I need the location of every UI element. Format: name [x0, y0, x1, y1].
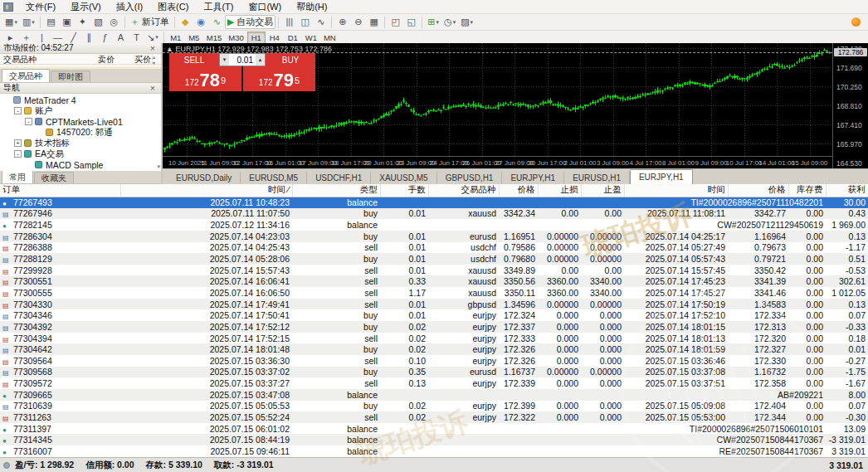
order-row[interactable]: ▤772863882025.07.14 04:25:43sell0.01usdc…: [0, 242, 868, 254]
fibonacci-tool[interactable]: ƒ: [97, 32, 113, 44]
expander-icon[interactable]: -: [25, 118, 32, 125]
menu-item-文[interactable]: 文件(F): [18, 1, 63, 12]
signals-button[interactable]: ∿: [209, 15, 225, 29]
order-row[interactable]: ▤773043942025.07.14 17:52:15sell0.02eurj…: [0, 333, 868, 344]
lot-size-input[interactable]: [229, 54, 256, 66]
menu-item-图[interactable]: 图表(C): [150, 1, 196, 12]
order-row[interactable]: ▤773095642025.07.15 03:36:30sell0.10eurj…: [0, 355, 868, 367]
order-row[interactable]: ▤773043462025.07.14 17:50:41buy0.01eurjp…: [0, 309, 868, 321]
timeframe-m15[interactable]: M15: [203, 32, 225, 44]
column-header-7[interactable]: 止盈: [581, 184, 624, 197]
navigator-scroll-down-icon[interactable]: ▾: [157, 163, 160, 170]
arrange-left-button[interactable]: ◰: [388, 15, 403, 29]
data-window-button[interactable]: ▣: [59, 15, 75, 29]
column-header-8[interactable]: 时间: [624, 184, 728, 197]
chart-tab-usdchf-h1[interactable]: USDCHF,H1: [307, 172, 371, 184]
chart-tab-eurusd-h1[interactable]: EURUSD,H1: [564, 172, 630, 184]
new-order-button[interactable]: ＋新订单: [128, 15, 172, 29]
community-status-icon[interactable]: [851, 17, 861, 27]
bar-chart-button[interactable]: |||: [281, 15, 297, 29]
chart-tab-eurjpy-h1[interactable]: EURJPY,H1: [630, 169, 693, 184]
buy-button[interactable]: BUY: [266, 53, 315, 66]
timeframe-m1[interactable]: M1: [167, 32, 185, 44]
channel-tool[interactable]: ∥: [81, 32, 97, 44]
order-row[interactable]: ▤773106392025.07.15 05:05:53buy0.02eurjp…: [0, 401, 868, 412]
menu-item-显[interactable]: 显示(V): [63, 1, 109, 12]
order-row[interactable]: ▤772881292025.07.14 05:28:06buy0.01usdch…: [0, 253, 868, 265]
column-header-1[interactable]: 时间 ∕: [120, 184, 292, 197]
tab-common[interactable]: 常用: [2, 170, 33, 183]
timeframe-w1[interactable]: W1: [302, 32, 320, 44]
periods-button[interactable]: ◷▾: [441, 15, 458, 29]
indicators-button[interactable]: ⊞▾: [425, 15, 441, 29]
order-row[interactable]: ▤773095722025.07.15 03:37:27sell0.13eurj…: [0, 377, 868, 389]
column-header-9[interactable]: 价格: [728, 184, 788, 197]
order-row[interactable]: ▤773005552025.07.14 16:06:50sell1.17xauu…: [0, 287, 868, 299]
timeframe-m5[interactable]: M5: [185, 32, 203, 44]
oneclick-collapse-icon[interactable]: ▲: [166, 45, 173, 53]
chart-tab-eurusd-daily[interactable]: EURUSD,Daily: [168, 172, 241, 184]
column-header-6[interactable]: 止损: [538, 184, 581, 197]
menu-item-工[interactable]: 工具(T): [196, 1, 241, 12]
auto-trading-button[interactable]: ▶自动交易: [225, 15, 276, 29]
menu-item-帮[interactable]: 帮助(H): [289, 1, 334, 12]
close-icon[interactable]: ×: [148, 44, 158, 53]
order-row[interactable]: ▤772999282025.07.14 15:57:43sell0.01xauu…: [0, 265, 868, 276]
tab-favorites[interactable]: 收藏夹: [34, 172, 74, 183]
tree-item--[interactable]: +技术指标: [0, 138, 161, 148]
tile-windows-button[interactable]: ▦: [366, 15, 382, 29]
column-header-4[interactable]: 交易品种: [428, 184, 499, 197]
navigator-toggle[interactable]: ✦: [75, 15, 90, 29]
order-row[interactable]: ●773143452025.07.15 08:44:19balanceCW#20…: [0, 434, 868, 445]
sell-button[interactable]: SELL: [169, 53, 219, 66]
timeframe-mn[interactable]: MN: [320, 32, 339, 44]
column-header-2[interactable]: 类型: [292, 184, 380, 197]
community-button[interactable]: ◉: [193, 15, 209, 29]
column-header-11[interactable]: 获利: [826, 184, 868, 197]
lot-dropdown-icon[interactable]: ▾: [220, 54, 229, 66]
chart-tab-gbpusd-h1[interactable]: GBPUSD,H1: [437, 172, 503, 184]
expander-icon[interactable]: +: [14, 139, 22, 147]
profiles-button[interactable]: ▥▾: [20, 15, 37, 29]
tree-item--[interactable]: -账户: [0, 105, 161, 116]
tree-item-1457020-[interactable]: 1457020: 郭通: [0, 127, 161, 138]
text-tool[interactable]: A: [113, 32, 129, 44]
tab-tick-chart[interactable]: 即时图: [51, 71, 90, 82]
order-row[interactable]: ▤772863042025.07.14 04:23:03buy0.01eurus…: [0, 231, 868, 242]
column-header-0[interactable]: 订单: [0, 184, 120, 197]
arrange-bottom-button[interactable]: ◱: [403, 15, 419, 29]
expander-icon[interactable]: -: [14, 107, 22, 114]
chart-tab-eurusd-m5[interactable]: EURUSD,M5: [241, 172, 307, 184]
zoom-in-button[interactable]: ⊕: [334, 15, 350, 29]
line-chart-button[interactable]: ∿: [313, 15, 329, 29]
order-row[interactable]: ●772674932025.07.11 10:48:23balanceTI#20…: [0, 197, 868, 208]
column-header-10[interactable]: 库存费: [788, 184, 826, 197]
tab-symbols[interactable]: 交易品种: [2, 69, 50, 82]
order-row[interactable]: ▤772679462025.07.11 11:07:50buy0.01xauus…: [0, 208, 868, 220]
order-row[interactable]: ▤773043922025.07.14 17:52:12buy0.02eurjp…: [0, 321, 868, 333]
tree-item-macd-sample[interactable]: MACD Sample: [0, 159, 161, 170]
market-watch-scrollbar[interactable]: ▴▾: [152, 54, 161, 65]
candlestick-chart-button[interactable]: ◫: [297, 15, 313, 29]
column-header-3[interactable]: 手数: [380, 184, 428, 197]
arrows-tool[interactable]: ↘▾: [144, 32, 161, 44]
order-row[interactable]: ●773096652025.07.15 03:47:08balanceAB#20…: [0, 389, 868, 401]
lot-up-icon[interactable]: ▴: [256, 54, 265, 66]
zoom-out-button[interactable]: ⊖: [350, 15, 366, 29]
order-row[interactable]: ●772821452025.07.12 11:34:16balanceCW#20…: [0, 219, 868, 231]
order-row[interactable]: ▤773095682025.07.15 03:37:02buy0.35eurus…: [0, 367, 868, 378]
tree-item-metatrader-4[interactable]: MetaTrader 4: [0, 95, 161, 105]
order-row[interactable]: ●773113972025.07.15 06:01:02balanceTI#20…: [0, 423, 868, 435]
close-icon[interactable]: ×: [148, 84, 158, 93]
tree-item-ea-[interactable]: -EA交易: [0, 148, 161, 159]
chart-tab-xauusd-m5[interactable]: XAUUSD,M5: [371, 172, 436, 184]
column-bid[interactable]: 卖价: [75, 54, 115, 64]
terminal-toggle[interactable]: ▧: [90, 15, 106, 29]
menu-item-窗[interactable]: 窗口(W): [241, 1, 289, 12]
column-symbol[interactable]: 交易品种: [0, 54, 75, 64]
expander-icon[interactable]: -: [14, 150, 22, 158]
buy-price[interactable]: 172 79 5: [243, 66, 315, 91]
templates-button[interactable]: ▨▾: [458, 15, 475, 29]
chart-tab-eurjpy-h1[interactable]: EURJPY,H1: [502, 172, 564, 184]
market-watch-toggle[interactable]: ▤: [43, 15, 59, 29]
